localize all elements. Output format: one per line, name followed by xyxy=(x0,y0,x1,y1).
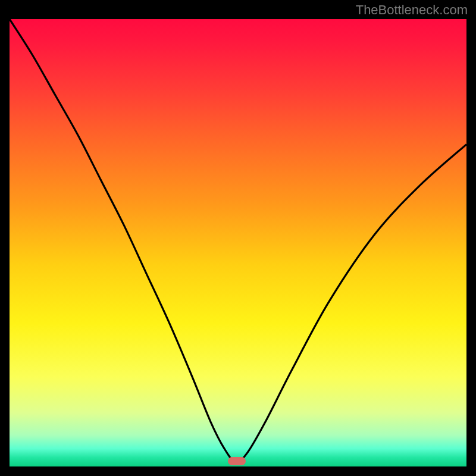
bottleneck-curve-path xyxy=(10,19,466,462)
optimal-marker xyxy=(228,457,246,465)
chart-plot-area xyxy=(10,19,466,466)
watermark-text: TheBottleneck.com xyxy=(356,2,468,18)
bottleneck-curve xyxy=(10,19,466,466)
